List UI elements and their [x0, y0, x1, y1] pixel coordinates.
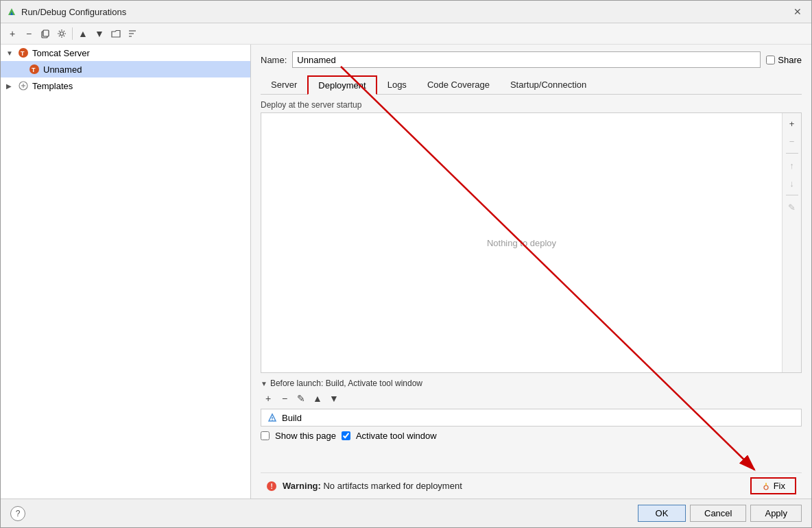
before-launch-arrow: ▼	[261, 380, 267, 387]
close-button[interactable]: ✕	[789, 5, 806, 19]
tabs: Server Deployment Logs Code Coverage Sta…	[261, 75, 802, 95]
name-label: Name:	[261, 55, 287, 65]
title-bar: Run/Debug Configurations ✕	[1, 1, 811, 23]
sort-config-button[interactable]	[125, 26, 140, 41]
fix-button[interactable]: Fix	[750, 477, 796, 494]
apply-button[interactable]: Apply	[750, 505, 802, 522]
name-input[interactable]	[292, 51, 761, 68]
before-launch-down-button[interactable]: ▼	[326, 391, 342, 406]
before-launch-edit-button[interactable]: ✎	[294, 391, 309, 406]
svg-text:T: T	[21, 50, 25, 57]
deploy-add-button[interactable]: +	[785, 116, 800, 131]
config-toolbar: + − ▲ ▼	[1, 23, 811, 45]
bottom-bar: ? OK Cancel Apply	[1, 499, 811, 527]
show-page-checkbox[interactable]	[261, 431, 270, 440]
show-page-label: Show this page	[275, 431, 336, 441]
remove-config-button[interactable]: −	[21, 26, 36, 41]
tab-logs[interactable]: Logs	[377, 75, 417, 95]
tree-item-templates[interactable]: ▶ Templates	[1, 77, 250, 94]
before-launch-up-button[interactable]: ▲	[310, 391, 325, 406]
config-tree: ▼ T Tomcat Server T Unna	[1, 45, 251, 499]
tab-server[interactable]: Server	[261, 75, 307, 95]
help-button[interactable]: ?	[10, 506, 25, 521]
before-launch: ▼ Before launch: Build, Activate tool wi…	[261, 379, 802, 427]
svg-text:T: T	[32, 67, 36, 73]
tab-coverage[interactable]: Code Coverage	[417, 75, 500, 95]
svg-rect-3	[43, 30, 49, 36]
sidebar-divider-2	[786, 195, 798, 195]
templates-icon	[17, 80, 29, 92]
settings-config-button[interactable]	[54, 26, 69, 41]
templates-label: Templates	[32, 81, 73, 91]
activate-tool-checkbox[interactable]	[342, 431, 350, 440]
before-launch-add-button[interactable]: +	[261, 391, 276, 406]
dialog-title: Run/Debug Configurations	[21, 7, 789, 17]
tree-item-unnamed[interactable]: T Unnamed	[1, 61, 250, 77]
deploy-sidebar: + − ↑ ↓ ✎	[782, 113, 801, 372]
build-label: Build	[282, 413, 302, 423]
name-row: Name: Share	[261, 51, 802, 68]
before-launch-remove-button[interactable]: −	[277, 391, 292, 406]
cancel-button[interactable]: Cancel	[690, 505, 746, 522]
tab-content: Deploy at the server startup Nothing to …	[261, 95, 802, 472]
move-down-config-button[interactable]: ▼	[92, 26, 107, 41]
svg-rect-21	[765, 483, 767, 485]
deploy-empty-label: Nothing to deploy	[261, 113, 782, 372]
before-launch-toolbar: + − ✎ ▲ ▼	[261, 391, 802, 406]
tab-deployment[interactable]: Deployment	[307, 75, 377, 95]
share-label: Share	[778, 55, 802, 65]
svg-text:!: !	[271, 483, 273, 490]
unnamed-label: Unnamed	[43, 64, 82, 75]
svg-point-20	[764, 485, 768, 490]
config-right-panel: Name: Share Server Deployment Logs Code …	[251, 45, 811, 499]
tree-arrow-tomcat: ▼	[6, 49, 17, 57]
fix-label: Fix	[774, 481, 785, 491]
dialog-icon	[6, 6, 17, 17]
deploy-up-button[interactable]: ↑	[785, 158, 800, 173]
folder-config-button[interactable]	[108, 26, 123, 41]
build-icon	[267, 412, 278, 423]
share-row: Share	[766, 55, 802, 65]
copy-config-button[interactable]	[38, 26, 53, 41]
ok-button[interactable]: OK	[638, 505, 686, 522]
svg-point-17	[272, 420, 273, 421]
warning-text: Warning: No artifacts marked for deploym…	[283, 481, 462, 491]
unnamed-icon: T	[28, 63, 40, 75]
deploy-down-button[interactable]: ↓	[785, 176, 800, 191]
activate-tool-label: Activate tool window	[356, 431, 437, 441]
svg-point-4	[60, 32, 64, 36]
sidebar-divider	[786, 153, 798, 154]
share-checkbox[interactable]	[766, 56, 775, 64]
deploy-section-label: Deploy at the server startup	[261, 95, 802, 112]
tab-startup[interactable]: Startup/Connection	[500, 75, 597, 95]
tomcat-server-label: Tomcat Server	[32, 48, 90, 58]
tomcat-server-icon: T	[17, 47, 29, 59]
before-launch-item-build: Build	[261, 409, 801, 426]
before-launch-label: Before launch: Build, Activate tool wind…	[270, 379, 422, 388]
main-content: ▼ T Tomcat Server T Unna	[1, 45, 811, 499]
move-up-config-button[interactable]: ▲	[75, 26, 91, 41]
deploy-area: Nothing to deploy + − ↑ ↓ ✎	[261, 112, 802, 373]
warning-row: ! Warning: No artifacts marked for deplo…	[261, 472, 802, 499]
warning-icon: !	[266, 481, 277, 492]
show-page-row: Show this page Activate tool window	[261, 427, 802, 445]
before-launch-list: Build	[261, 409, 802, 427]
tree-item-tomcat-server[interactable]: ▼ T Tomcat Server	[1, 45, 250, 61]
tree-arrow-templates: ▶	[6, 82, 17, 90]
before-launch-header: ▼ Before launch: Build, Activate tool wi…	[261, 379, 802, 388]
help-section: ?	[10, 506, 25, 521]
deploy-edit-button[interactable]: ✎	[785, 200, 800, 215]
add-config-button[interactable]: +	[5, 26, 20, 41]
run-debug-dialog: Run/Debug Configurations ✕ + − ▲ ▼	[0, 0, 812, 528]
deploy-remove-button[interactable]: −	[785, 134, 800, 149]
